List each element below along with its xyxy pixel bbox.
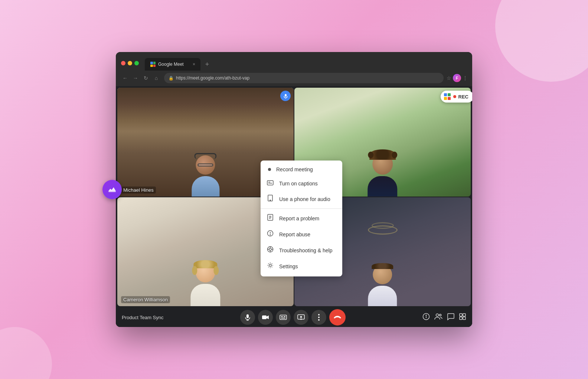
svg-rect-3 bbox=[150, 65, 153, 67]
participant-name-michael: Michael Hines bbox=[121, 187, 156, 194]
minimize-button[interactable] bbox=[128, 61, 132, 65]
activities-icon[interactable] bbox=[459, 313, 466, 322]
svg-point-41 bbox=[318, 314, 320, 315]
svg-point-43 bbox=[318, 319, 320, 321]
svg-rect-9 bbox=[285, 94, 287, 97]
menu-item-troubleshooting[interactable]: Troubleshooting & help bbox=[261, 242, 342, 258]
participant-name-cameron: Cameron Williamson bbox=[121, 296, 170, 303]
address-bar-row: ← → ↻ ⌂ 🔒 https://meet.google.com/ath-bz… bbox=[116, 71, 472, 86]
svg-rect-1 bbox=[150, 62, 153, 64]
tab-favicon bbox=[150, 61, 156, 67]
back-button[interactable]: ← bbox=[120, 73, 130, 83]
svg-rect-52 bbox=[463, 317, 466, 320]
svg-rect-33 bbox=[280, 315, 287, 320]
menu-item-record[interactable]: Record meeting bbox=[261, 163, 342, 176]
people-icon[interactable] bbox=[434, 313, 442, 322]
svg-point-46 bbox=[426, 315, 427, 315]
tab-title-text: Google Meet bbox=[158, 62, 184, 67]
menu-divider bbox=[261, 208, 342, 209]
svg-point-28 bbox=[269, 264, 271, 266]
report-problem-icon bbox=[267, 214, 274, 223]
captions-button[interactable] bbox=[276, 310, 291, 325]
profile-avatar[interactable]: F bbox=[453, 74, 461, 82]
camera-button[interactable] bbox=[258, 310, 273, 325]
meet-content: REC bbox=[116, 86, 472, 327]
menu-item-report-abuse[interactable]: Report abuse bbox=[261, 226, 342, 242]
browser-menu-icon[interactable]: ⋮ bbox=[463, 75, 468, 81]
rec-text: REC bbox=[458, 94, 468, 100]
menu-item-settings-label: Settings bbox=[279, 263, 298, 269]
tab-close-icon[interactable]: × bbox=[193, 62, 195, 67]
svg-rect-7 bbox=[444, 97, 447, 100]
menu-item-report-abuse-label: Report abuse bbox=[279, 231, 310, 237]
close-button[interactable] bbox=[121, 61, 125, 65]
address-bar-actions: ☆ F ⋮ bbox=[447, 74, 468, 82]
controls-center bbox=[240, 309, 346, 325]
context-menu: Record meeting Turn on captions bbox=[261, 161, 342, 276]
mic-indicator-michael bbox=[280, 91, 291, 101]
svg-rect-50 bbox=[463, 314, 466, 316]
bookmark-icon[interactable]: ☆ bbox=[447, 75, 451, 81]
info-icon[interactable] bbox=[422, 313, 430, 322]
record-dot-icon bbox=[268, 168, 271, 171]
controls-bar: Product Team Sync bbox=[116, 308, 472, 327]
svg-point-42 bbox=[318, 317, 320, 318]
url-text: https://meet.google.com/ath-bzut-vap bbox=[176, 75, 249, 81]
menu-item-phone[interactable]: Use a phone for audio bbox=[261, 191, 342, 207]
menu-item-record-label: Record meeting bbox=[276, 166, 313, 172]
settings-icon bbox=[267, 262, 274, 271]
browser-window: Google Meet × + ← → ↻ ⌂ 🔒 https://meet.g… bbox=[116, 52, 472, 327]
svg-rect-4 bbox=[153, 65, 156, 67]
svg-point-14 bbox=[270, 200, 271, 201]
controls-right bbox=[422, 313, 466, 322]
tab-bar: Google Meet × + bbox=[142, 58, 467, 71]
report-abuse-icon bbox=[267, 230, 274, 239]
present-button[interactable] bbox=[294, 310, 308, 325]
svg-rect-0 bbox=[108, 191, 116, 192]
svg-rect-49 bbox=[460, 314, 462, 316]
svg-rect-2 bbox=[153, 62, 156, 64]
troubleshooting-icon bbox=[267, 246, 274, 255]
svg-rect-8 bbox=[448, 97, 451, 100]
rec-dot bbox=[453, 95, 456, 98]
menu-item-phone-label: Use a phone for audio bbox=[279, 196, 330, 202]
fullscreen-button[interactable] bbox=[134, 61, 139, 65]
reload-button[interactable]: ↻ bbox=[141, 73, 151, 83]
svg-rect-5 bbox=[444, 93, 447, 96]
more-options-button[interactable] bbox=[311, 310, 326, 325]
phone-icon bbox=[267, 195, 274, 203]
address-bar[interactable]: 🔒 https://meet.google.com/ath-bzut-vap bbox=[164, 73, 444, 83]
browser-chrome: Google Meet × + ← → ↻ ⌂ 🔒 https://meet.g… bbox=[116, 52, 472, 86]
end-call-button[interactable] bbox=[329, 309, 346, 325]
titlebar: Google Meet × + bbox=[116, 52, 472, 71]
menu-item-settings[interactable]: Settings bbox=[261, 258, 342, 274]
svg-rect-29 bbox=[246, 314, 249, 318]
lock-icon: 🔒 bbox=[169, 76, 174, 81]
svg-rect-6 bbox=[448, 93, 451, 96]
menu-item-captions-label: Turn on captions bbox=[279, 181, 318, 187]
mic-button[interactable] bbox=[240, 310, 255, 325]
new-tab-button[interactable]: + bbox=[202, 59, 212, 69]
svg-point-21 bbox=[270, 234, 271, 235]
captions-icon bbox=[267, 180, 274, 187]
nav-buttons: ← → ↻ ⌂ bbox=[120, 73, 161, 83]
rec-badge: REC bbox=[441, 91, 472, 103]
google-meet-logo bbox=[444, 93, 451, 100]
home-button[interactable]: ⌂ bbox=[151, 73, 161, 83]
traffic-lights bbox=[121, 61, 139, 65]
svg-rect-51 bbox=[460, 317, 462, 320]
menu-item-report-problem-label: Report a problem bbox=[279, 216, 319, 221]
clickup-floating-icon[interactable] bbox=[102, 180, 122, 199]
svg-rect-32 bbox=[262, 315, 267, 319]
menu-item-captions[interactable]: Turn on captions bbox=[261, 176, 342, 191]
forward-button[interactable]: → bbox=[131, 73, 140, 83]
svg-rect-11 bbox=[267, 181, 273, 185]
meeting-title: Product Team Sync bbox=[122, 315, 163, 320]
active-tab[interactable]: Google Meet × bbox=[145, 58, 200, 71]
menu-item-troubleshooting-label: Troubleshooting & help bbox=[279, 247, 332, 253]
svg-point-23 bbox=[269, 248, 271, 250]
menu-item-report-problem[interactable]: Report a problem bbox=[261, 210, 342, 226]
svg-point-48 bbox=[439, 314, 441, 316]
chat-icon[interactable] bbox=[447, 313, 454, 322]
svg-point-47 bbox=[436, 314, 438, 316]
